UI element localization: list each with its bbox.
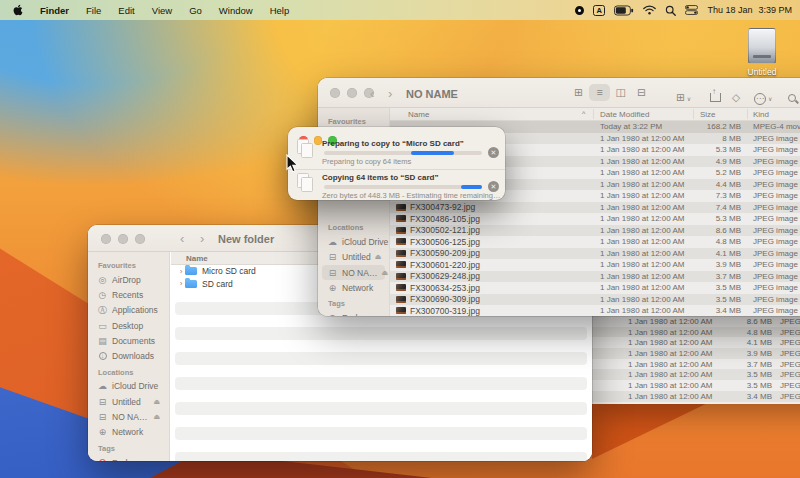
- eject-icon[interactable]: ⏏: [153, 398, 160, 406]
- table-row[interactable]: FX300700-319.jpg1 Jan 1980 at 12:00 AM3.…: [390, 305, 800, 316]
- time-label: 3:39 PM: [758, 5, 792, 15]
- table-row[interactable]: 1 Jan 1980 at 12:00 AM4.8 MBJPEG image: [592, 327, 800, 338]
- file-size: 4.8 MB: [686, 237, 741, 246]
- disclosure-chevron-icon[interactable]: ›: [177, 267, 185, 276]
- eject-icon[interactable]: ⏏: [381, 269, 388, 277]
- file-name: Micro SD card: [202, 266, 256, 276]
- sidebar-item-downloads[interactable]: Downloads: [92, 348, 165, 363]
- minimize-button[interactable]: [118, 234, 128, 244]
- table-row[interactable]: FX300634-253.jpg1 Jan 1980 at 12:00 AM3.…: [390, 282, 800, 294]
- sidebar-item-no-na-[interactable]: NO NA…⏏: [322, 265, 385, 280]
- sidebar-item-label: Untitled: [342, 252, 371, 262]
- sidebar-item-red[interactable]: Red: [92, 455, 165, 461]
- copy-progress-dialog[interactable]: Preparing to copy to “Micro SD card”✕Pre…: [288, 127, 505, 200]
- table-row[interactable]: FX300690-309.jpg1 Jan 1980 at 12:00 AM3.…: [390, 294, 800, 306]
- sidebar-item-network[interactable]: Network: [322, 280, 385, 295]
- list-view-icon[interactable]: ≡: [589, 84, 610, 101]
- drive-icon: [97, 397, 108, 407]
- stop-button[interactable]: ✕: [488, 147, 499, 158]
- table-row[interactable]: 1 Jan 1980 at 12:00 AM3.5 MBJPEG image: [592, 380, 800, 391]
- icon-view-icon[interactable]: ⊞: [568, 84, 589, 101]
- share-icon[interactable]: [710, 88, 721, 106]
- forward-icon[interactable]: ›: [200, 232, 204, 245]
- record-indicator-icon[interactable]: [575, 6, 584, 15]
- table-row[interactable]: 1 Jan 1980 at 12:00 AM3.7 MBJPEG image: [592, 359, 800, 370]
- file-size: 3.5 MB: [686, 283, 741, 292]
- no-name-titlebar[interactable]: ‹ › NO NAME ⊞ ≡ ◫ ⊟ ⊞∨ ◇ ⋯∨: [318, 78, 800, 108]
- apple-menu-icon[interactable]: [13, 4, 23, 16]
- sidebar-item-no-na-[interactable]: NO NA…⏏: [92, 409, 165, 424]
- sidebar-item-red[interactable]: Red: [322, 310, 385, 316]
- sidebar-item-airdrop[interactable]: AirDrop: [92, 272, 165, 287]
- more-actions-button[interactable]: ⋯∨: [754, 87, 772, 105]
- battery-icon[interactable]: [614, 5, 634, 16]
- menu-item-window[interactable]: Window: [219, 5, 253, 16]
- close-button[interactable]: [101, 234, 111, 244]
- table-row[interactable]: FX300590-209.jpg1 Jan 1980 at 12:00 AM4.…: [390, 248, 800, 260]
- progress-fill: [461, 185, 482, 190]
- table-row[interactable]: 1 Jan 1980 at 12:00 AM4.1 MBJPEG image: [592, 337, 800, 348]
- menu-bar-clock[interactable]: Thu 18 Jan 3:39 PM: [707, 5, 792, 15]
- minimize-button[interactable]: [347, 88, 357, 98]
- table-row[interactable]: 1 Jan 1980 at 12:00 AM3.6 MBJPEG image: [592, 402, 800, 405]
- tag-icon[interactable]: ◇: [732, 87, 740, 105]
- disclosure-chevron-icon[interactable]: ›: [177, 279, 185, 288]
- menu-item-help[interactable]: Help: [270, 5, 290, 16]
- sidebar-item-label: Applications: [112, 305, 158, 315]
- sidebar-item-untitled[interactable]: Untitled⏏: [322, 250, 385, 265]
- desktop-disk-icon[interactable]: Untitled: [739, 28, 785, 77]
- table-row[interactable]: FX300601-220.jpg1 Jan 1980 at 12:00 AM3.…: [390, 259, 800, 271]
- file-date: 1 Jan 1980 at 12:00 AM: [628, 392, 713, 401]
- table-row[interactable]: 1 Jan 1980 at 12:00 AM3.9 MBJPEG image: [592, 348, 800, 359]
- gallery-view-icon[interactable]: ⊟: [631, 84, 652, 101]
- keyboard-layout-badge[interactable]: A: [593, 5, 605, 16]
- sidebar-item-desktop[interactable]: Desktop: [92, 318, 165, 333]
- spotlight-search-icon[interactable]: [665, 5, 676, 16]
- menu-item-file[interactable]: File: [86, 5, 101, 16]
- sidebar-item-recents[interactable]: Recents: [92, 287, 165, 302]
- menu-item-edit[interactable]: Edit: [118, 5, 134, 16]
- sidebar-item-icloud-drive[interactable]: iCloud Drive: [322, 234, 385, 249]
- forward-icon[interactable]: ›: [388, 87, 392, 100]
- file-kind: JPEG image: [753, 295, 798, 304]
- column-kind[interactable]: Kind: [753, 110, 769, 119]
- file-kind: JPEG image: [753, 203, 798, 212]
- table-row[interactable]: 1 Jan 1980 at 12:00 AM8.6 MBJPEG image: [592, 316, 800, 327]
- group-by-button[interactable]: ⊞∨: [676, 87, 691, 105]
- sidebar-item-network[interactable]: Network: [92, 425, 165, 440]
- view-switcher[interactable]: ⊞ ≡ ◫ ⊟: [568, 84, 652, 101]
- column-date-modified[interactable]: Date Modified: [600, 110, 649, 119]
- search-icon[interactable]: [788, 88, 796, 106]
- table-row[interactable]: 1 Jan 1980 at 12:00 AM3.5 MBJPEG image: [592, 369, 800, 380]
- column-name[interactable]: Name: [186, 254, 208, 263]
- file-kind: JPEG image: [780, 317, 800, 326]
- back-icon[interactable]: ‹: [180, 232, 184, 245]
- sidebar-item-untitled[interactable]: Untitled⏏: [92, 394, 165, 409]
- table-row[interactable]: FX300506-125.jpg1 Jan 1980 at 12:00 AM4.…: [390, 236, 800, 248]
- table-row[interactable]: 1 Jan 1980 at 12:00 AM3.4 MBJPEG image: [592, 391, 800, 402]
- table-row[interactable]: FX300486-105.jpg1 Jan 1980 at 12:00 AM5.…: [390, 213, 800, 225]
- eject-icon[interactable]: ⏏: [375, 253, 382, 261]
- table-row[interactable]: FX300629-248.jpg1 Jan 1980 at 12:00 AM3.…: [390, 271, 800, 283]
- column-size[interactable]: Size: [700, 110, 716, 119]
- column-name[interactable]: Name: [408, 110, 429, 119]
- wifi-icon[interactable]: [643, 5, 656, 15]
- sidebar-item-documents[interactable]: Documents: [92, 333, 165, 348]
- file-size: 5.2 MB: [686, 168, 741, 177]
- cloud-icon: [97, 381, 108, 391]
- control-center-icon[interactable]: [685, 5, 698, 15]
- documents-icon: [97, 336, 108, 346]
- table-row[interactable]: FX300473-92.jpg1 Jan 1980 at 12:00 AM7.4…: [390, 202, 800, 214]
- sidebar-item-icloud-drive[interactable]: iCloud Drive: [92, 379, 165, 394]
- back-icon[interactable]: ‹: [370, 87, 374, 100]
- table-row[interactable]: FX300502-121.jpg1 Jan 1980 at 12:00 AM8.…: [390, 225, 800, 237]
- column-header[interactable]: Name ^ Date Modified Size Kind: [390, 108, 800, 121]
- menu-item-go[interactable]: Go: [189, 5, 202, 16]
- sidebar-item-applications[interactable]: Applications: [92, 303, 165, 318]
- zoom-button[interactable]: [135, 234, 145, 244]
- eject-icon[interactable]: ⏏: [153, 413, 160, 421]
- column-view-icon[interactable]: ◫: [610, 84, 631, 101]
- menu-item-view[interactable]: View: [152, 5, 172, 16]
- menu-item-finder[interactable]: Finder: [40, 5, 69, 16]
- close-button[interactable]: [330, 88, 340, 98]
